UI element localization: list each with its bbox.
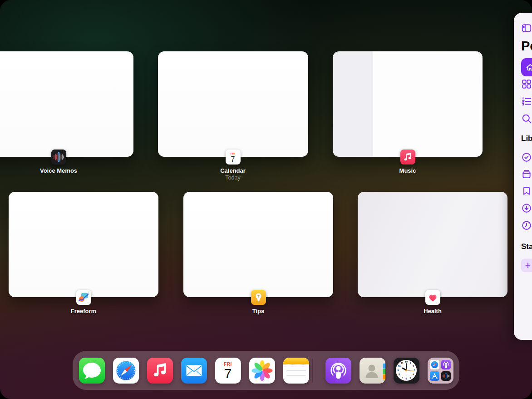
- sidebar-app-title: Podcasts: [521, 39, 532, 54]
- voice-memos-icon[interactable]: [51, 150, 66, 165]
- sidebar-item-saved[interactable]: [521, 185, 532, 196]
- dock-contacts-icon[interactable]: [360, 358, 385, 384]
- downloaded-arrow-icon: [521, 203, 532, 214]
- sidebar-item-search[interactable]: [521, 113, 532, 125]
- dock-mail-icon[interactable]: [181, 358, 207, 384]
- calendar-day: 7: [224, 367, 232, 380]
- folder-safari-icon: [430, 360, 439, 369]
- app-label: Freeform: [71, 308, 96, 314]
- badge-voice-memos: Voice Memos: [29, 150, 88, 174]
- dock-divider: [312, 359, 313, 382]
- sidebar-item-downloaded[interactable]: [521, 203, 532, 214]
- search-icon: [521, 113, 532, 125]
- app-label: Tips: [252, 308, 265, 314]
- app-window-freeform[interactable]: [9, 192, 158, 297]
- sidebar-item-played[interactable]: [521, 220, 532, 231]
- clock-face: 121234567891011: [396, 360, 417, 381]
- app-label: Music: [399, 167, 416, 174]
- app-window-health[interactable]: [358, 192, 507, 297]
- app-label: Health: [424, 308, 442, 314]
- dock-music-icon[interactable]: [147, 358, 173, 384]
- tips-icon[interactable]: [251, 290, 266, 305]
- sidebar-item-latest-episodes[interactable]: [521, 152, 532, 163]
- health-icon[interactable]: [425, 290, 440, 305]
- folder-voice-memos-icon: [441, 371, 451, 381]
- clock-center-dot: [405, 369, 407, 371]
- sidebar-toggle-icon[interactable]: [521, 23, 532, 34]
- badge-health: Health: [403, 290, 462, 314]
- app-window-voice-memos[interactable]: [0, 51, 133, 157]
- calendar-day: 7: [231, 155, 235, 163]
- played-clock-icon: [521, 220, 532, 231]
- folder-podcasts-icon: [441, 360, 451, 369]
- latest-episodes-check-icon: [521, 152, 532, 163]
- dock-podcasts-icon[interactable]: [325, 358, 351, 384]
- dock-notes-icon[interactable]: [283, 358, 309, 384]
- sidebar-item-top-charts[interactable]: [521, 96, 532, 107]
- add-station-button[interactable]: +: [521, 259, 532, 272]
- music-icon[interactable]: [400, 150, 415, 165]
- sidebar-item-home[interactable]: [521, 58, 532, 76]
- badge-calendar: FRI 7 Calendar Today: [203, 150, 262, 181]
- app-label: Voice Memos: [40, 167, 77, 174]
- top-charts-list-icon: [521, 96, 532, 107]
- shows-box-icon: [521, 169, 532, 180]
- browse-grid-icon: [521, 79, 532, 90]
- saved-bookmark-icon: [521, 185, 532, 196]
- badge-music: Music: [378, 150, 437, 174]
- dock-calendar-icon[interactable]: FRI 7: [215, 358, 241, 384]
- sidebar-stations-heading: Stations: [521, 242, 532, 251]
- sidebar-library-heading: Library: [521, 134, 532, 143]
- dock-clock-icon[interactable]: 121234567891011: [394, 358, 419, 384]
- podcasts-sidebar-panel: Podcasts Library: [514, 13, 532, 340]
- badge-freeform: Freeform: [54, 290, 113, 314]
- folder-app-store-icon: [430, 371, 439, 381]
- app-label: Calendar: [220, 167, 246, 174]
- dock-safari-icon[interactable]: [113, 358, 139, 384]
- badge-tips: Tips: [229, 290, 288, 314]
- freeform-icon[interactable]: [76, 290, 91, 305]
- home-icon: [525, 62, 532, 72]
- dock-messages-icon[interactable]: [79, 358, 105, 384]
- calendar-weekday: FRI: [231, 152, 236, 155]
- app-window-tips[interactable]: [183, 192, 333, 297]
- dock-photos-icon[interactable]: [249, 358, 275, 384]
- ipad-screen: Voice Memos FRI 7 Calendar Today Music: [0, 0, 532, 399]
- app-window-calendar[interactable]: [158, 51, 308, 157]
- app-sublabel: Today: [225, 175, 240, 181]
- app-window-music[interactable]: [333, 51, 483, 157]
- calendar-icon[interactable]: FRI 7: [226, 150, 241, 165]
- dock-folder-icon[interactable]: [428, 358, 453, 384]
- sidebar-item-browse[interactable]: [521, 79, 532, 90]
- dock: FRI 7: [73, 351, 459, 390]
- sidebar-item-shows[interactable]: [521, 169, 532, 180]
